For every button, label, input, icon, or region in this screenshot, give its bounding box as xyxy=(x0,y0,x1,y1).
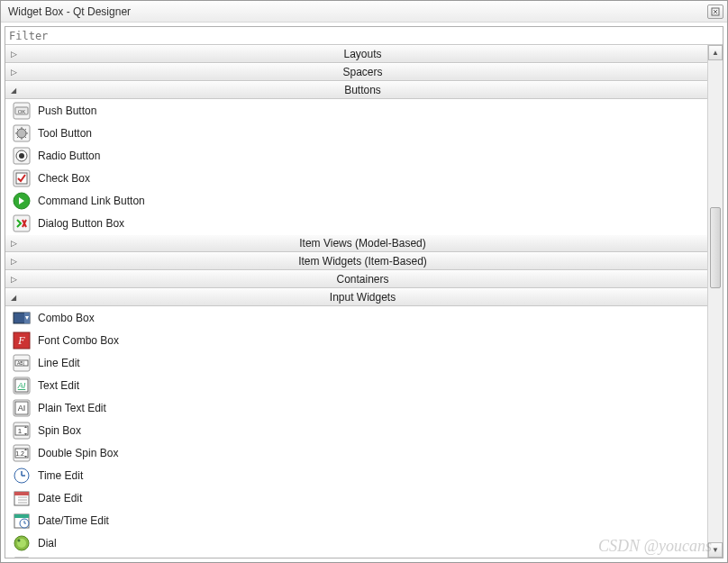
chevron-down-icon: ◢ xyxy=(11,86,20,95)
category-input-widgets[interactable]: ◢Input Widgets xyxy=(5,288,707,306)
widget-item-label: Time Edit xyxy=(38,469,83,482)
chevron-right-icon: ▷ xyxy=(11,257,20,266)
widget-item-label: Command Link Button xyxy=(38,195,145,207)
widget-item-label: Plain Text Edit xyxy=(38,402,106,414)
category-spacers[interactable]: ▷Spacers xyxy=(5,63,707,81)
widget-item-label: Check Box xyxy=(38,172,90,185)
widget-item-label: Double Spin Box xyxy=(38,447,118,459)
widget-item-label: Dialog Button Box xyxy=(38,217,124,230)
double-spin-box-icon: 1.2 xyxy=(13,444,31,462)
widget-item-plain-text-edit[interactable]: AIPlain Text Edit xyxy=(5,396,707,419)
dial-icon xyxy=(13,534,31,552)
category-buttons[interactable]: ◢Buttons xyxy=(5,81,707,99)
svg-text:F: F xyxy=(17,334,25,347)
category-layouts[interactable]: ▷Layouts xyxy=(5,45,707,63)
chevron-right-icon: ▷ xyxy=(11,275,20,284)
chevron-right-icon: ▷ xyxy=(11,239,20,248)
titlebar[interactable]: Widget Box - Qt Designer xyxy=(1,1,727,23)
svg-text:AI: AI xyxy=(17,381,26,390)
svg-text:1: 1 xyxy=(18,427,23,435)
scroll-up-button[interactable]: ▲ xyxy=(708,45,723,60)
svg-text:AI: AI xyxy=(18,404,26,413)
widget-item-label: Line Edit xyxy=(38,357,80,369)
close-button[interactable] xyxy=(707,5,723,19)
widget-item-spin-box[interactable]: 1Spin Box xyxy=(5,419,707,441)
combo-box-icon xyxy=(13,309,31,327)
window-title: Widget Box - Qt Designer xyxy=(8,5,707,18)
font-combo-box-icon: F xyxy=(13,331,31,350)
widget-item-time-edit[interactable]: Time Edit xyxy=(5,464,707,486)
category-containers[interactable]: ▷Containers xyxy=(5,270,707,288)
svg-rect-44 xyxy=(14,558,30,558)
widget-item-label: Date/Time Edit xyxy=(38,514,109,527)
command-link-icon xyxy=(13,192,31,210)
widget-item-line-edit[interactable]: AB|Line Edit xyxy=(5,351,707,374)
widget-item-double-spin-box[interactable]: 1.2Double Spin Box xyxy=(5,441,707,464)
widget-item-label: Dial xyxy=(38,537,57,549)
horizontal-scroll-bar-icon xyxy=(13,557,31,558)
widget-item-command-link-button[interactable]: Command Link Button xyxy=(5,189,707,212)
radio-button-icon xyxy=(13,147,31,165)
widget-item-font-combo-box[interactable]: FFont Combo Box xyxy=(5,329,707,351)
chevron-right-icon: ▷ xyxy=(11,50,20,59)
widget-item-label: Text Edit xyxy=(38,379,79,392)
widget-item-label: Date Edit xyxy=(38,492,82,504)
widget-item-label: Font Combo Box xyxy=(38,334,119,347)
check-box-icon xyxy=(13,169,31,187)
widget-item-radio-button[interactable]: Radio Button xyxy=(5,144,707,167)
line-edit-icon: AB| xyxy=(13,354,31,372)
widget-item-push-button[interactable]: OKPush Button xyxy=(5,99,707,122)
category-label: Spacers xyxy=(23,66,702,78)
widget-item-tool-button[interactable]: Tool Button xyxy=(5,122,707,144)
tree-wrap: ▷Layouts▷Spacers◢ButtonsOKPush ButtonToo… xyxy=(5,45,723,558)
category-item-widgets[interactable]: ▷Item Widgets (Item-Based) xyxy=(5,252,707,270)
widget-item-label: Radio Button xyxy=(38,150,100,162)
widget-tree[interactable]: ▷Layouts▷Spacers◢ButtonsOKPush ButtonToo… xyxy=(5,45,707,558)
window: Widget Box - Qt Designer ▷Layouts▷Spacer… xyxy=(0,0,728,563)
widget-item-text-edit[interactable]: AIText Edit xyxy=(5,374,707,396)
widget-box-panel: ▷Layouts▷Spacers◢ButtonsOKPush ButtonToo… xyxy=(5,26,723,558)
svg-text:AB|: AB| xyxy=(17,360,24,366)
widget-item-date-time-edit[interactable]: Date/Time Edit xyxy=(5,509,707,531)
spin-box-icon: 1 xyxy=(13,422,31,440)
category-label: Item Views (Model-Based) xyxy=(23,237,702,250)
scroll-down-button[interactable]: ▼ xyxy=(708,542,723,558)
tool-button-icon xyxy=(13,124,31,142)
category-item-views[interactable]: ▷Item Views (Model-Based) xyxy=(5,234,707,252)
svg-point-43 xyxy=(18,539,21,541)
date-time-edit-icon xyxy=(13,512,31,530)
chevron-down-icon: ◢ xyxy=(11,294,20,302)
svg-rect-34 xyxy=(14,492,29,495)
text-edit-icon: AI xyxy=(13,377,31,395)
vertical-scrollbar[interactable]: ▲ ▼ xyxy=(707,45,723,558)
widget-item-dialog-button-box[interactable]: Dialog Button Box xyxy=(5,212,707,234)
svg-text:OK: OK xyxy=(18,108,26,114)
widget-item-dial[interactable]: Dial xyxy=(5,531,707,554)
widget-item-check-box[interactable]: Check Box xyxy=(5,167,707,189)
time-edit-icon xyxy=(13,467,31,485)
widget-item-date-edit[interactable]: Date Edit xyxy=(5,486,707,509)
date-edit-icon xyxy=(13,489,31,507)
close-icon xyxy=(711,7,720,16)
widget-item-label: Tool Button xyxy=(38,127,92,140)
category-label: Input Widgets xyxy=(23,291,702,304)
svg-rect-39 xyxy=(14,514,29,518)
category-label: Buttons xyxy=(23,84,702,96)
widget-item-label: Combo Box xyxy=(38,312,95,324)
plain-text-edit-icon: AI xyxy=(13,399,31,417)
category-label: Containers xyxy=(23,273,702,286)
dialog-button-box-icon xyxy=(13,214,31,232)
filter-input[interactable] xyxy=(5,27,723,45)
widget-item-label: Spin Box xyxy=(38,424,81,437)
svg-point-8 xyxy=(19,153,24,159)
widget-item-combo-box[interactable]: Combo Box xyxy=(5,306,707,329)
svg-text:1.2: 1.2 xyxy=(15,450,24,457)
widget-item-horizontal-scroll-bar[interactable]: Horizontal Scroll Bar xyxy=(5,554,707,558)
category-label: Item Widgets (Item-Based) xyxy=(23,255,702,268)
widget-item-label: Push Button xyxy=(38,104,96,117)
chevron-right-icon: ▷ xyxy=(11,68,20,77)
push-button-icon: OK xyxy=(13,102,31,120)
category-label: Layouts xyxy=(23,48,702,60)
scroll-thumb[interactable] xyxy=(710,207,721,288)
